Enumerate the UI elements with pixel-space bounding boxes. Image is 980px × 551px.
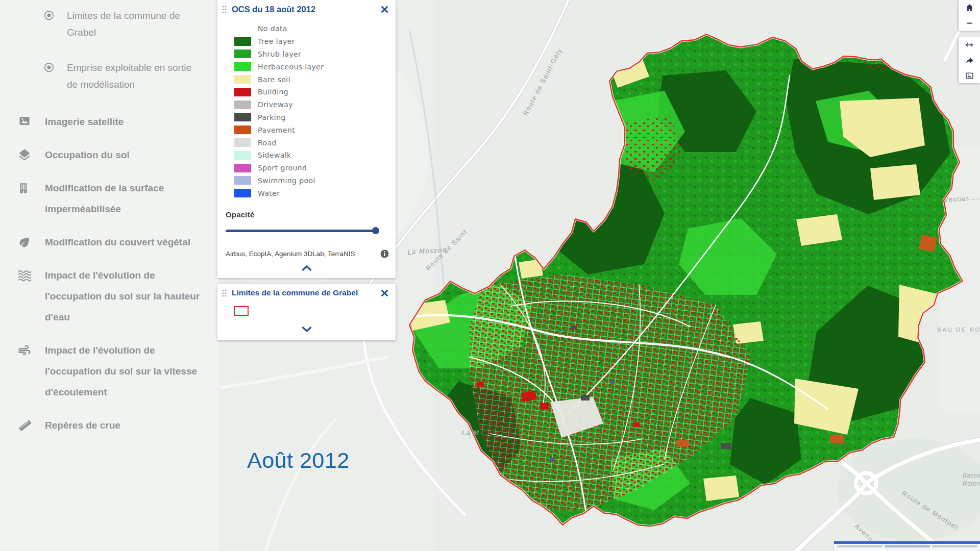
- legend-label: Road: [258, 139, 277, 147]
- share-button[interactable]: [959, 53, 980, 68]
- legend-swatch: [234, 49, 251, 58]
- legend-swatch: [234, 138, 251, 147]
- legend-label: Pavement: [258, 126, 295, 134]
- map-controls-group: [959, 0, 980, 31]
- sidebar-item-occupation-du-sol[interactable]: Occupation du sol: [0, 144, 219, 165]
- legend-label: Sidewalk: [258, 151, 291, 159]
- divider: [217, 240, 396, 240]
- home-button[interactable]: [959, 0, 980, 15]
- legend-item: Water: [234, 187, 391, 199]
- sidebar-item-label: Modification du couvert végétal: [45, 232, 190, 253]
- screenshot-button[interactable]: [959, 68, 980, 83]
- satellite-image-icon: [17, 115, 33, 127]
- layer-panel-ocs: OCS du 18 août 2012 No dataTree layerShr…: [217, 0, 396, 278]
- waves-icon: [17, 268, 33, 283]
- opacity-slider[interactable]: [226, 227, 379, 234]
- building-icon: [17, 181, 33, 195]
- legend-item: No data: [234, 22, 391, 35]
- legend-label: Tree layer: [258, 37, 295, 45]
- zoom-out-icon: [965, 19, 974, 28]
- legend-item: Sport ground: [234, 162, 391, 174]
- sidebar-item-couvert-vegetal[interactable]: Modification du couvert végétal: [0, 232, 219, 253]
- panel-title: Limites de la commune de Grabel: [227, 288, 381, 297]
- mini-window-content: [837, 545, 883, 547]
- opacity-control: Opacité: [226, 210, 386, 234]
- sidebar-item-emprise-modelisation[interactable]: Emprise exploitable en sortie de modélis…: [0, 59, 219, 93]
- expand-panel-button[interactable]: [217, 327, 396, 332]
- sidebar-item-reperes-crue[interactable]: Repères de crue: [0, 415, 219, 436]
- drag-handle-icon[interactable]: [222, 6, 227, 13]
- sidebar-item-vitesse-ecoulement[interactable]: Impact de l'évolution de l'occupation du…: [0, 340, 219, 403]
- close-icon[interactable]: [381, 289, 388, 297]
- legend-item: Swimming pool: [234, 174, 391, 187]
- legend-swatch: [234, 24, 251, 33]
- layers-icon: [17, 148, 33, 162]
- sidebar-item-imagerie-satellite[interactable]: Imagerie satellite: [0, 111, 219, 132]
- legend-item: Shrub layer: [234, 48, 391, 61]
- radio-selected-icon: [43, 62, 55, 73]
- legend-swatch: [234, 88, 251, 96]
- collapse-panel-button[interactable]: [217, 265, 396, 271]
- legend-label: Water: [258, 189, 280, 197]
- legend-swatch: [234, 75, 251, 84]
- sidebar-item-hauteur-eau[interactable]: Impact de l'évolution de l'occupation du…: [0, 265, 219, 328]
- legend-swatch: [234, 164, 251, 172]
- legend-item: Road: [234, 136, 391, 149]
- radio-selected-icon: [43, 10, 55, 21]
- opacity-slider-track[interactable]: [226, 230, 379, 232]
- zoom-out-button[interactable]: [959, 15, 980, 31]
- legend-item: Bare soil: [234, 73, 391, 86]
- map-date-caption: Août 2012: [247, 448, 350, 473]
- panel-header: OCS du 18 août 2012: [217, 0, 396, 18]
- legend-label: Swimming pool: [258, 177, 315, 185]
- legend-label: Bare soil: [258, 76, 290, 84]
- legend-list: No dataTree layerShrub layerHerbaceous l…: [234, 22, 391, 199]
- sidebar-item-label: Imagerie satellite: [45, 111, 124, 132]
- panel-title: OCS du 18 août 2012: [227, 5, 381, 14]
- sidebar-item-label: Impact de l'évolution de l'occupation du…: [45, 340, 209, 403]
- legend-label: Parking: [258, 113, 286, 121]
- legend-swatch: [234, 37, 251, 46]
- legend-label: No data: [258, 24, 287, 33]
- wind-icon: [17, 343, 33, 358]
- map-controls-group: [959, 37, 980, 83]
- pan-horizontal-button[interactable]: [959, 37, 980, 53]
- sidebar-item-label: Impact de l'évolution de l'occupation du…: [45, 265, 209, 328]
- sidebar-item-label: Emprise exploitable en sortie de modélis…: [67, 59, 194, 93]
- pan-horizontal-icon: [964, 41, 974, 49]
- drag-handle-icon[interactable]: [222, 289, 227, 297]
- layer-panel-limites: Limites de la commune de Grabel: [217, 284, 396, 340]
- close-icon[interactable]: [381, 6, 388, 13]
- legend-swatch: [234, 176, 251, 185]
- boundary-symbol-swatch: [234, 306, 249, 316]
- sidebar-item-label: Repères de crue: [45, 415, 120, 436]
- embedded-window-thumbnail: [834, 541, 980, 551]
- sidebar-item-label: Modification de la surface imperméabilis…: [45, 178, 209, 219]
- legend-label: Building: [258, 88, 288, 96]
- legend-label: Driveway: [258, 101, 293, 109]
- share-icon: [965, 56, 974, 65]
- legend-swatch: [234, 151, 251, 160]
- legend-swatch: [234, 189, 251, 197]
- legend-swatch: [234, 113, 251, 121]
- opacity-slider-thumb[interactable]: [372, 227, 379, 234]
- home-icon: [965, 3, 974, 12]
- screenshot-icon: [965, 71, 974, 80]
- sidebar-item-limites-commune[interactable]: Limites de la commune de Grabel: [0, 7, 219, 41]
- sidebar-item-surface-impermeabilisee[interactable]: Modification de la surface imperméabilis…: [0, 178, 219, 219]
- attribution-row: Airbus, EcopIA, Agenium 3DLab, TerraNIS: [226, 249, 389, 258]
- mini-window-content: [885, 545, 930, 547]
- attribution-text: Airbus, EcopIA, Agenium 3DLab, TerraNIS: [226, 250, 380, 258]
- ruler-icon: [17, 418, 33, 433]
- info-icon[interactable]: [380, 249, 389, 258]
- legend-item: Pavement: [234, 123, 391, 136]
- leaf-icon: [17, 235, 33, 249]
- sidebar-menu: Limites de la commune de GrabelEmprise e…: [0, 0, 219, 551]
- legend-swatch: [234, 126, 251, 134]
- legend-item: Parking: [234, 111, 391, 124]
- opacity-label: Opacité: [226, 210, 386, 219]
- legend-item: Tree layer: [234, 35, 391, 48]
- panel-header: Limites de la commune de Grabel: [217, 284, 396, 302]
- mini-window-content: [932, 545, 977, 547]
- legend-item: Driveway: [234, 98, 391, 111]
